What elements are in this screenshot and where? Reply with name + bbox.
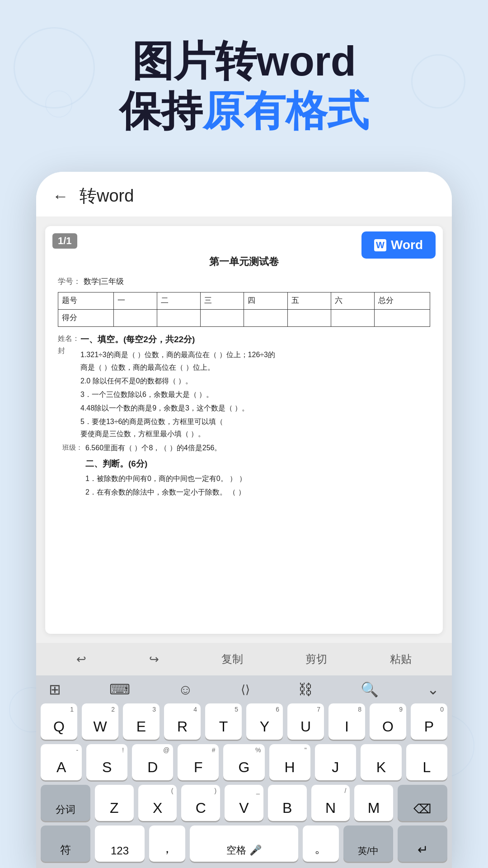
key-w[interactable]: 2W [82, 703, 118, 740]
back-button[interactable]: ← [52, 187, 69, 206]
keyboard-keys: 1Q 2W 3E 4R 5T 6Y 7U 8I 9O 0P -A !S @D #… [36, 703, 452, 868]
meta-label: 学号： [58, 275, 81, 288]
doc-meta: 学号： 数学|三年级 [58, 275, 430, 288]
table-cell [331, 310, 374, 327]
key-s[interactable]: !S [86, 744, 127, 780]
key-row-1: 1Q 2W 3E 4R 5T 6Y 7U 8I 9O 0P [41, 703, 447, 740]
header-line2: 保持原有格式 [0, 86, 488, 136]
keyboard-top-row: ⊞ ⌨ ☺ ⟨⟩ ⛓ 🔍 ⌄ [36, 675, 452, 703]
period-key[interactable]: 。 [303, 826, 339, 862]
table-cell: 三 [201, 292, 244, 310]
key-k[interactable]: K [361, 744, 402, 780]
table-cell: 得分 [58, 310, 114, 327]
backspace-key[interactable]: ⌫ [398, 785, 447, 821]
table-cell: 题号 [58, 292, 114, 310]
kb-search-icon[interactable]: 🔍 [361, 681, 379, 698]
header-line2-prefix: 保持 [119, 88, 202, 134]
kb-code-icon[interactable]: ⟨⟩ [241, 683, 250, 697]
meta-value: 数学|三年级 [84, 275, 124, 288]
doc-item: 2．在有余数的除法中，余数一定小于除数。 （ ） [85, 486, 246, 498]
table-cell: 六 [331, 292, 374, 310]
undo-button[interactable]: ↩ [69, 651, 94, 668]
table-cell: 总分 [375, 292, 430, 310]
key-row-2: -A !S @D #F %G "H J K L [41, 744, 447, 780]
doc-item: 4.48除以一个数的商是9，余数是3，这个数是（ ）。 [80, 402, 430, 414]
keyboard: ⊞ ⌨ ☺ ⟨⟩ ⛓ 🔍 ⌄ 1Q 2W 3E 4R 5T 6Y 7U 8I [36, 675, 452, 868]
header-section: 图片转word 保持原有格式 [0, 36, 488, 136]
table-cell: 二 [157, 292, 200, 310]
shift-key[interactable]: 分词 [41, 785, 90, 821]
key-f[interactable]: #F [178, 744, 219, 780]
key-z[interactable]: Z [95, 785, 134, 821]
key-v[interactable]: _V [225, 785, 263, 821]
enter-key[interactable]: ↵ [398, 826, 447, 862]
table-cell: 一 [113, 292, 157, 310]
word-export-button[interactable]: W Word [361, 231, 436, 259]
paste-button[interactable]: 粘贴 [383, 650, 419, 668]
table-cell [113, 310, 157, 327]
doc-item: 2.0 除以任何不是0的数都得（ ）。 [80, 375, 430, 387]
redo-button[interactable]: ↪ [142, 651, 166, 668]
table-cell: 五 [287, 292, 331, 310]
key-t[interactable]: 5T [205, 703, 242, 740]
header-line2-highlight: 原有格式 [202, 88, 369, 134]
number-key[interactable]: 123 [95, 826, 145, 862]
key-r[interactable]: 4R [164, 703, 201, 740]
comma-key[interactable]: ， [149, 826, 185, 862]
header-line1: 图片转word [0, 36, 488, 86]
page-badge: 1/1 [52, 233, 77, 249]
key-n[interactable]: /N [311, 785, 350, 821]
score-table: 题号 一 二 三 四 五 六 总分 得分 [58, 292, 430, 327]
doc-content: 第一单元测试卷 学号： 数学|三年级 题号 一 二 三 四 五 六 总分 [45, 226, 443, 509]
phone-mockup: ← 转word 1/1 W Word 第一单元测试卷 学号： 数学|三年级 题号 [36, 172, 452, 868]
key-c[interactable]: )C [181, 785, 220, 821]
key-a[interactable]: -A [41, 744, 82, 780]
key-l[interactable]: L [406, 744, 447, 780]
kb-emoji-icon[interactable]: ☺ [178, 681, 193, 698]
kb-link-icon[interactable]: ⛓ [298, 681, 313, 698]
kb-keyboard-icon[interactable]: ⌨ [109, 681, 130, 698]
doc-item: 5．要使13÷6的商是两位数，方框里可以填（要使商是三位数，方框里最小填（ ）。 [80, 415, 430, 440]
key-h[interactable]: "H [269, 744, 310, 780]
copy-button[interactable]: 复制 [214, 650, 250, 668]
key-e[interactable]: 3E [123, 703, 160, 740]
key-g[interactable]: %G [223, 744, 264, 780]
key-d[interactable]: @D [132, 744, 173, 780]
key-q[interactable]: 1Q [41, 703, 77, 740]
key-y[interactable]: 6Y [246, 703, 283, 740]
key-i[interactable]: 8I [328, 703, 365, 740]
table-cell [244, 310, 287, 327]
key-b[interactable]: B [268, 785, 307, 821]
key-p[interactable]: 0P [411, 703, 447, 740]
doc-item: 6.560里面有（ ）个8，（ ）的4倍是256。 [85, 442, 246, 454]
word-icon: W [374, 239, 386, 251]
document-viewer: 1/1 W Word 第一单元测试卷 学号： 数学|三年级 题号 一 二 三 [45, 226, 443, 634]
key-m[interactable]: M [354, 785, 393, 821]
symbol-key[interactable]: 符 [41, 826, 90, 862]
section2-header: 二、判断。(6分) [85, 457, 246, 471]
cut-button[interactable]: 剪切 [298, 650, 334, 668]
kb-collapse-icon[interactable]: ⌄ [427, 681, 439, 698]
doc-item: 1．被除数的中间有0，商的中间也一定有0。 ） ） [85, 472, 246, 485]
doc-item: 3．一个三位数除以6，余数最大是（ ）。 [80, 388, 430, 401]
table-cell [157, 310, 200, 327]
word-button-label: Word [391, 238, 423, 252]
edit-toolbar: ↩ ↪ 复制 剪切 粘贴 [36, 643, 452, 675]
kb-grid-icon[interactable]: ⊞ [49, 681, 61, 698]
table-cell: 四 [244, 292, 287, 310]
table-cell [375, 310, 430, 327]
doc-item: 1.321÷3的商是（ ）位数，商的最高位在（ ）位上；126÷3的商是（ ）位… [80, 349, 430, 373]
top-bar: ← 转word [36, 172, 452, 217]
key-x[interactable]: (X [138, 785, 177, 821]
page-title: 转word [80, 184, 134, 208]
key-o[interactable]: 9O [370, 703, 406, 740]
content-area: 1/1 W Word 第一单元测试卷 学号： 数学|三年级 题号 一 二 三 [36, 217, 452, 868]
table-cell [201, 310, 244, 327]
key-j[interactable]: J [315, 744, 356, 780]
key-row-bottom: 符 123 ， 空格 🎤 。 英/中 ↵ [41, 826, 447, 862]
space-key[interactable]: 空格 🎤 [190, 826, 298, 862]
section1-header: 一、填空。(每空2分，共22分) [80, 332, 430, 347]
key-u[interactable]: 7U [287, 703, 324, 740]
lang-switch-key[interactable]: 英/中 [343, 826, 393, 862]
key-row-3: 分词 Z (X )C _V B /N M ⌫ [41, 785, 447, 821]
